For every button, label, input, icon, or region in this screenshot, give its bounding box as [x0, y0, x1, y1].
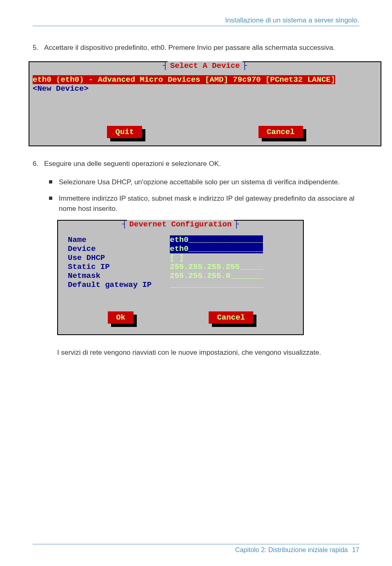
device-row-new[interactable]: <New Device>: [33, 84, 377, 93]
step-6-text: Eseguire una delle seguenti operazioni e…: [44, 160, 221, 168]
config-row-0: Nameeth0________________: [68, 235, 293, 244]
config-value[interactable]: eth0________________: [170, 235, 263, 244]
config-label: Static IP: [68, 262, 170, 271]
page-footer: Capitolo 2: Distribuzione iniziale rapid…: [33, 544, 359, 554]
quit-button[interactable]: Quit: [107, 126, 142, 138]
square-bullet-icon: [49, 180, 52, 183]
page-header: Installazione di un sistema a server sin…: [33, 16, 359, 26]
bullet-1: Selezionare Usa DHCP, un'opzione accetta…: [49, 177, 359, 188]
config-row-5: Default gateway IP____________________: [68, 280, 293, 289]
step-5: 5.Accettare il dispositivo predefinito, …: [33, 43, 359, 53]
config-row-2: Use DHCP[ ]: [68, 253, 293, 262]
terminal-devernet-config: ┤Devernet Configuration├ Nameeth0_______…: [57, 220, 304, 335]
config-label: Name: [68, 235, 170, 244]
config-row-3: Static IP255.255.255.255_____: [68, 262, 293, 271]
ok-button[interactable]: Ok: [108, 311, 134, 324]
terminal-select-device: ┤Select A Device├ eth0 (eth0) - Advanced…: [29, 61, 381, 146]
config-row-1: Deviceeth0________________: [68, 244, 293, 253]
step-6-num: 6.: [33, 159, 44, 169]
config-value[interactable]: eth0________________: [170, 244, 263, 253]
square-bullet-icon: [49, 197, 52, 200]
term1-title: Select A Device: [167, 61, 242, 70]
bullet-2: Immettere indirizzo IP statico, subnet m…: [49, 193, 359, 214]
config-value[interactable]: ____________________: [170, 280, 263, 289]
config-label: Device: [68, 244, 170, 253]
footer-page-number: 17: [352, 546, 359, 553]
step-6: 6.Eseguire una delle seguenti operazioni…: [33, 159, 359, 169]
config-value[interactable]: 255.255.255.255_____: [170, 262, 263, 271]
config-row-4: Netmask255.255.255.0_______: [68, 271, 293, 280]
cancel-button[interactable]: Cancel: [209, 311, 253, 324]
footer-chapter: Capitolo 2: Distribuzione iniziale rapid…: [235, 546, 348, 553]
config-label: Netmask: [68, 271, 170, 280]
cancel-button[interactable]: Cancel: [258, 126, 303, 138]
config-value[interactable]: 255.255.255.0_______: [170, 271, 263, 280]
device-row-eth0[interactable]: eth0 (eth0) - Advanced Micro Devices [AM…: [33, 75, 335, 84]
term2-title: Devernet Configuration: [127, 220, 234, 229]
step-5-text: Accettare il dispositivo predefinito, et…: [44, 44, 335, 51]
config-value[interactable]: [ ]: [170, 253, 184, 262]
step-5-num: 5.: [33, 43, 44, 53]
config-label: Default gateway IP: [68, 280, 170, 289]
config-label: Use DHCP: [68, 253, 170, 262]
post-text: I servizi di rete vengono riavviati con …: [57, 347, 359, 358]
